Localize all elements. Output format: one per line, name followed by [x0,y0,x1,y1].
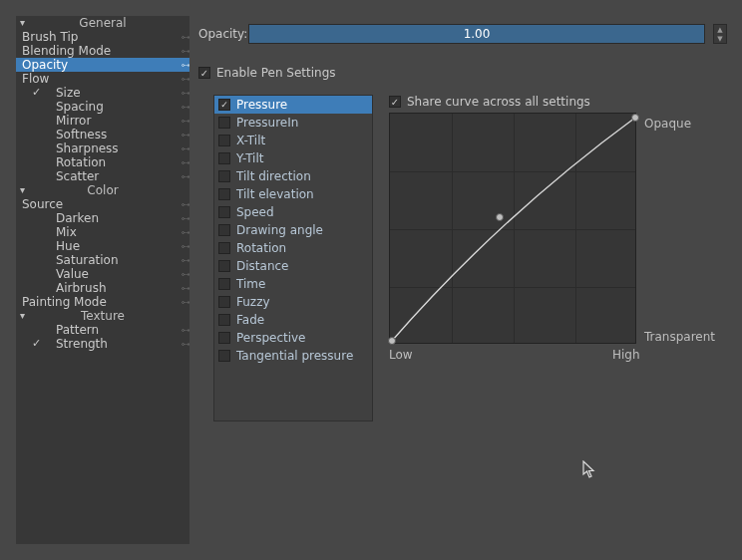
sidebar-item-softness[interactable]: Softness⧟ [16,128,189,141]
sensor-checkbox[interactable] [218,350,230,362]
sensor-checkbox[interactable] [218,332,230,344]
sensor-checkbox[interactable]: ✓ [218,99,230,111]
sidebar-item-darken[interactable]: Darken⧟ [16,211,189,225]
sensor-checkbox[interactable] [218,117,230,129]
brush-settings-sidebar: ▾GeneralBrush Tip⧟Blending Mode⧟Opacity⧟… [16,16,189,544]
sensor-label: Rotation [236,241,286,255]
share-curve-row: ✓ Share curve across all settings [389,95,724,109]
sidebar-item-hue[interactable]: Hue⧟ [16,239,189,253]
curve-handle-start[interactable] [388,337,396,345]
sidebar-item-rotation[interactable]: Rotation⧟ [16,155,189,169]
curve-handle-end[interactable] [631,114,639,122]
sensor-item-tangential-pressure[interactable]: Tangential pressure [214,347,372,365]
lock-knob-icon[interactable]: ⧟ [182,144,187,152]
lock-knob-icon[interactable]: ⧟ [182,103,187,111]
sidebar-item-sharpness[interactable]: Sharpness⧟ [16,141,189,155]
lock-knob-icon[interactable]: ⧟ [182,47,187,55]
lock-knob-icon[interactable]: ⧟ [182,214,187,222]
lock-knob-icon[interactable]: ⧟ [182,284,187,292]
lock-knob-icon[interactable]: ⧟ [182,131,187,139]
sensor-checkbox[interactable] [218,206,230,218]
sensor-checkbox[interactable] [218,224,230,236]
spinner-down-icon[interactable]: ▼ [714,34,726,43]
lock-knob-icon[interactable]: ⧟ [182,75,187,83]
sensor-item-y-tilt[interactable]: Y-Tilt [214,149,372,167]
sensor-checkbox[interactable] [218,278,230,290]
group-header-texture[interactable]: ▾Texture [16,309,189,323]
item-label: Softness [20,128,107,141]
lock-knob-icon[interactable]: ⧟ [182,33,187,41]
sidebar-item-airbrush[interactable]: Airbrush⧟ [16,281,189,295]
sidebar-item-flow[interactable]: Flow⧟ [16,72,189,86]
sidebar-item-saturation[interactable]: Saturation⧟ [16,253,189,267]
group-header-color[interactable]: ▾Color [16,183,189,197]
sensor-item-rotation[interactable]: Rotation [214,239,372,257]
sidebar-item-size[interactable]: ✓Size⧟ [16,86,189,100]
sensor-label: X-Tilt [236,134,265,147]
enable-pen-checkbox[interactable]: ✓ [198,67,210,79]
lock-knob-icon[interactable]: ⧟ [182,158,187,166]
lock-knob-icon[interactable]: ⧟ [182,117,187,125]
sensor-item-tilt-elevation[interactable]: Tilt elevation [214,185,372,203]
sensor-list[interactable]: ✓PressurePressureInX-TiltY-TiltTilt dire… [213,95,373,421]
sidebar-item-value[interactable]: Value⧟ [16,267,189,281]
sensor-checkbox[interactable] [218,242,230,254]
lock-knob-icon[interactable]: ⧟ [182,61,187,69]
lock-knob-icon[interactable]: ⧟ [182,340,187,348]
sensor-checkbox[interactable] [218,314,230,326]
sensor-item-speed[interactable]: Speed [214,203,372,221]
lock-knob-icon[interactable]: ⧟ [182,242,187,250]
lock-knob-icon[interactable]: ⧟ [182,326,187,334]
lock-knob-icon[interactable]: ⧟ [182,228,187,236]
sidebar-item-mirror[interactable]: Mirror⧟ [16,114,189,128]
sensor-checkbox[interactable] [218,135,230,146]
sensor-item-drawing-angle[interactable]: Drawing angle [214,221,372,239]
lock-knob-icon[interactable]: ⧟ [182,172,187,180]
lock-knob-icon[interactable]: ⧟ [182,89,187,97]
sidebar-item-painting-mode[interactable]: Painting Mode⧟ [16,295,189,309]
sidebar-item-opacity[interactable]: Opacity⧟ [16,58,189,72]
spinner-up-icon[interactable]: ▲ [714,25,726,34]
sensor-item-tilt-direction[interactable]: Tilt direction [214,167,372,185]
sidebar-item-pattern[interactable]: Pattern⧟ [16,323,189,337]
item-label: Pattern [20,323,99,337]
group-header-general[interactable]: ▾General [16,16,189,30]
sidebar-item-scatter[interactable]: Scatter⧟ [16,169,189,183]
lock-knob-icon[interactable]: ⧟ [182,256,187,264]
sidebar-item-mix[interactable]: Mix⧟ [16,225,189,239]
sensor-checkbox[interactable] [218,296,230,308]
item-label: Painting Mode [20,295,107,309]
item-label: Mix [20,225,77,239]
sensor-checkbox[interactable] [218,260,230,272]
sensor-checkbox[interactable] [218,152,230,164]
sensor-item-distance[interactable]: Distance [214,257,372,275]
sensor-label: Fuzzy [236,295,270,309]
sidebar-item-spacing[interactable]: Spacing⧟ [16,100,189,114]
sensor-item-pressure[interactable]: ✓Pressure [214,96,372,114]
collapse-icon: ▾ [20,309,25,323]
curve-editor[interactable] [389,113,636,344]
sensor-item-time[interactable]: Time [214,275,372,293]
opacity-spinner[interactable]: ▲ ▼ [713,24,727,44]
main-panel: Opacity: 1.00 ▲ ▼ ✓ Enable Pen Settings [198,16,727,80]
sidebar-item-brush-tip[interactable]: Brush Tip⧟ [16,30,189,44]
sidebar-item-source[interactable]: Source⧟ [16,197,189,211]
sidebar-item-blending-mode[interactable]: Blending Mode⧟ [16,44,189,58]
sensor-item-pressurein[interactable]: PressureIn [214,114,372,132]
share-curve-checkbox[interactable]: ✓ [389,96,401,108]
lock-knob-icon[interactable]: ⧟ [182,200,187,208]
sidebar-item-strength[interactable]: ✓Strength⧟ [16,337,189,351]
sensor-label: PressureIn [236,116,298,130]
sensor-item-perspective[interactable]: Perspective [214,329,372,347]
sensor-checkbox[interactable] [218,188,230,200]
enable-pen-label: Enable Pen Settings [216,66,336,80]
sensor-item-fade[interactable]: Fade [214,311,372,329]
curve-path[interactable] [390,114,637,345]
sensor-item-fuzzy[interactable]: Fuzzy [214,293,372,311]
curve-handle-mid[interactable] [496,213,504,221]
opacity-slider[interactable]: 1.00 [248,24,705,44]
sensor-checkbox[interactable] [218,170,230,182]
lock-knob-icon[interactable]: ⧟ [182,298,187,306]
lock-knob-icon[interactable]: ⧟ [182,270,187,278]
sensor-item-x-tilt[interactable]: X-Tilt [214,132,372,149]
